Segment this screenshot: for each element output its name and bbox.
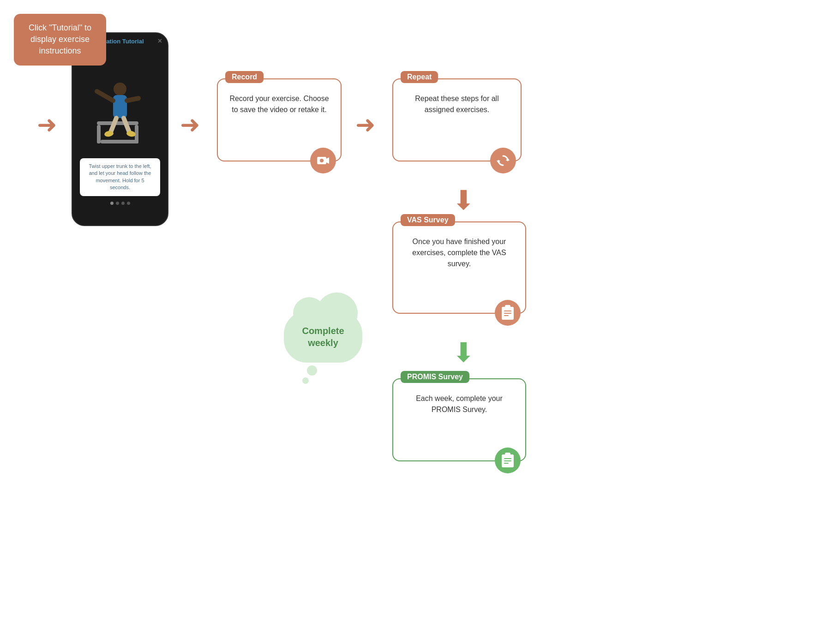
svg-point-4 xyxy=(114,83,126,96)
promis-label: PROMIS Survey xyxy=(401,371,469,383)
dot-2 xyxy=(116,202,119,205)
promis-icon xyxy=(495,448,521,473)
exercise-figure xyxy=(83,54,157,151)
vas-icon xyxy=(495,300,521,326)
cloud-bubble-1 xyxy=(307,365,317,376)
svg-marker-13 xyxy=(326,157,329,164)
camera-icon xyxy=(316,154,330,167)
arrow-to-record: ➜ xyxy=(180,111,200,138)
cloud-bubble-2 xyxy=(302,377,309,384)
svg-rect-21 xyxy=(504,315,509,316)
cloud-shape: Complete weekly xyxy=(284,311,362,363)
promis-text: Each week, complete your PROMIS Survey. xyxy=(404,393,514,415)
phone-caption: Twist upper trunk to the left, and let y… xyxy=(80,158,160,196)
svg-rect-5 xyxy=(113,95,127,118)
svg-rect-3 xyxy=(101,140,138,143)
arrow-to-phone: ➜ xyxy=(37,111,57,138)
record-icon xyxy=(310,148,336,173)
phone-close[interactable]: × xyxy=(158,37,162,45)
vas-text: Once you have finished your exercises, c… xyxy=(404,236,514,269)
repeat-icon-svg xyxy=(496,153,510,168)
svg-rect-19 xyxy=(504,310,511,311)
svg-line-9 xyxy=(124,118,129,132)
record-text: Record your exercise. Choose to save the… xyxy=(229,93,330,115)
svg-point-14 xyxy=(320,159,324,162)
svg-line-7 xyxy=(127,98,138,101)
repeat-step-box: Repeat Repeat these steps for all assign… xyxy=(392,78,522,161)
dot-1 xyxy=(110,202,114,205)
record-step-box: Record Record your exercise. Choose to s… xyxy=(217,78,342,161)
clipboard-icon xyxy=(501,305,515,321)
vas-step-box: VAS Survey Once you have finished your e… xyxy=(392,221,526,314)
svg-rect-0 xyxy=(97,121,138,125)
svg-rect-18 xyxy=(505,305,510,309)
dot-4 xyxy=(127,202,130,205)
tooltip-text: Click "Tutorial" to display exercise ins… xyxy=(29,23,91,55)
record-label: Record xyxy=(225,71,264,83)
promis-clipboard-icon xyxy=(501,453,515,468)
cloud-text: Complete weekly xyxy=(302,326,344,348)
dot-3 xyxy=(121,202,125,205)
arrow-to-promis: ⬇ xyxy=(452,337,475,368)
arrow-to-vas: ⬇ xyxy=(452,185,475,216)
svg-rect-23 xyxy=(505,453,510,456)
tooltip-bubble: Click "Tutorial" to display exercise ins… xyxy=(14,14,106,66)
arrow-to-repeat: ➜ xyxy=(355,111,376,138)
phone-dots xyxy=(72,198,168,209)
vas-label: VAS Survey xyxy=(401,214,455,226)
repeat-text: Repeat these steps for all assigned exer… xyxy=(404,93,510,115)
promis-step-box: PROMIS Survey Each week, complete your P… xyxy=(392,378,526,461)
svg-rect-26 xyxy=(504,463,509,464)
svg-rect-24 xyxy=(504,458,511,459)
svg-line-6 xyxy=(97,91,113,101)
repeat-icon xyxy=(490,148,516,173)
svg-rect-25 xyxy=(504,460,511,461)
repeat-label: Repeat xyxy=(401,71,438,83)
complete-weekly-cloud: Complete weekly xyxy=(272,300,374,374)
svg-line-8 xyxy=(111,118,116,132)
svg-rect-1 xyxy=(97,125,101,143)
svg-rect-20 xyxy=(504,313,511,314)
